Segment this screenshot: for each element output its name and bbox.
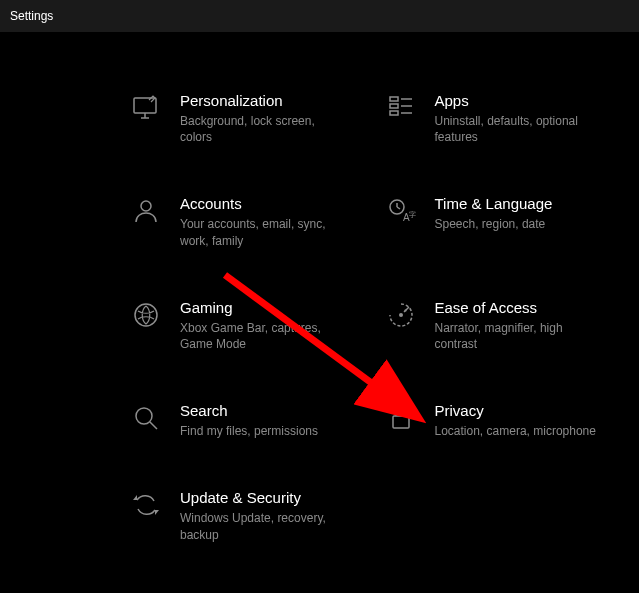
- svg-marker-23: [155, 510, 159, 515]
- category-gaming[interactable]: Gaming Xbox Game Bar, captures, Game Mod…: [130, 299, 355, 352]
- svg-point-9: [141, 201, 151, 211]
- category-text: Personalization Background, lock screen,…: [180, 92, 350, 145]
- category-apps[interactable]: Apps Uninstall, defaults, optional featu…: [385, 92, 610, 145]
- svg-line-12: [397, 207, 400, 209]
- window-title: Settings: [10, 9, 53, 23]
- category-desc: Narrator, magnifier, high contrast: [435, 320, 605, 352]
- svg-rect-21: [393, 416, 409, 428]
- svg-point-15: [135, 304, 157, 326]
- category-ease-of-access[interactable]: Ease of Access Narrator, magnifier, high…: [385, 299, 610, 352]
- category-grid: Personalization Background, lock screen,…: [0, 92, 639, 543]
- category-time-language[interactable]: A字 Time & Language Speech, region, date: [385, 195, 610, 248]
- category-accounts[interactable]: Accounts Your accounts, email, sync, wor…: [130, 195, 355, 248]
- category-text: Ease of Access Narrator, magnifier, high…: [435, 299, 605, 352]
- apps-icon: [385, 92, 417, 124]
- time-language-icon: A字: [385, 195, 417, 227]
- svg-rect-5: [390, 111, 398, 115]
- category-text: Privacy Location, camera, microphone: [435, 402, 596, 439]
- personalization-icon: [130, 92, 162, 124]
- category-text: Time & Language Speech, region, date: [435, 195, 553, 232]
- category-title: Accounts: [180, 195, 350, 212]
- category-desc: Background, lock screen, colors: [180, 113, 350, 145]
- category-text: Search Find my files, permissions: [180, 402, 318, 439]
- svg-line-20: [150, 422, 157, 429]
- svg-rect-3: [390, 97, 398, 101]
- category-text: Apps Uninstall, defaults, optional featu…: [435, 92, 605, 145]
- category-desc: Speech, region, date: [435, 216, 553, 232]
- gaming-icon: [130, 299, 162, 331]
- accounts-icon: [130, 195, 162, 227]
- category-text: Gaming Xbox Game Bar, captures, Game Mod…: [180, 299, 350, 352]
- svg-point-19: [136, 408, 152, 424]
- category-update-security[interactable]: Update & Security Windows Update, recove…: [130, 489, 355, 542]
- category-title: Ease of Access: [435, 299, 605, 316]
- titlebar: Settings: [0, 0, 639, 32]
- category-desc: Xbox Game Bar, captures, Game Mode: [180, 320, 350, 352]
- svg-point-16: [399, 313, 403, 317]
- svg-marker-22: [133, 495, 137, 500]
- category-title: Search: [180, 402, 318, 419]
- category-title: Privacy: [435, 402, 596, 419]
- category-title: Apps: [435, 92, 605, 109]
- category-title: Gaming: [180, 299, 350, 316]
- category-title: Update & Security: [180, 489, 350, 506]
- category-desc: Windows Update, recovery, backup: [180, 510, 350, 542]
- search-icon: [130, 402, 162, 434]
- category-privacy[interactable]: Privacy Location, camera, microphone: [385, 402, 610, 439]
- settings-home: Personalization Background, lock screen,…: [0, 32, 639, 543]
- category-desc: Find my files, permissions: [180, 423, 318, 439]
- privacy-icon: [385, 402, 417, 434]
- update-security-icon: [130, 489, 162, 521]
- category-search[interactable]: Search Find my files, permissions: [130, 402, 355, 439]
- category-desc: Your accounts, email, sync, work, family: [180, 216, 350, 248]
- category-text: Update & Security Windows Update, recove…: [180, 489, 350, 542]
- category-desc: Uninstall, defaults, optional features: [435, 113, 605, 145]
- category-personalization[interactable]: Personalization Background, lock screen,…: [130, 92, 355, 145]
- category-text: Accounts Your accounts, email, sync, wor…: [180, 195, 350, 248]
- svg-rect-4: [390, 104, 398, 108]
- svg-text:字: 字: [409, 211, 416, 218]
- category-title: Personalization: [180, 92, 350, 109]
- ease-of-access-icon: [385, 299, 417, 331]
- category-desc: Location, camera, microphone: [435, 423, 596, 439]
- category-title: Time & Language: [435, 195, 553, 212]
